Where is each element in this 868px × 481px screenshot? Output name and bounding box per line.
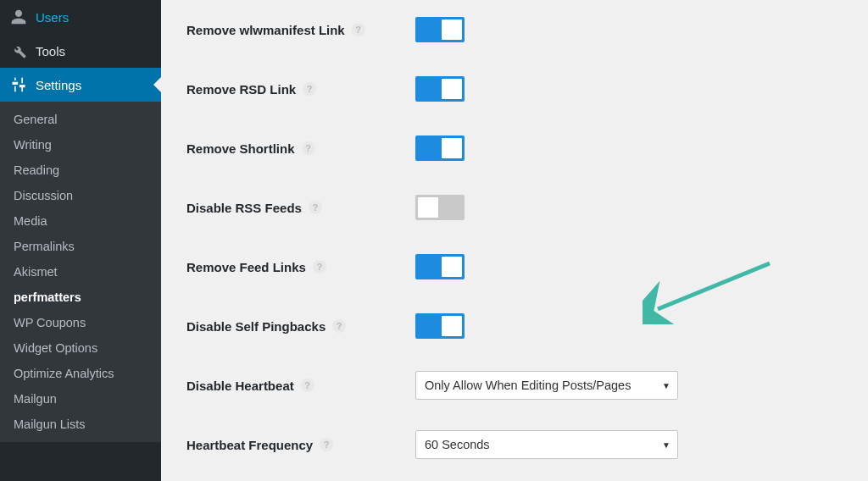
row-remove-rsd: Remove RSD Link ?: [186, 59, 868, 119]
admin-sidebar: Users Tools Settings General Writing Rea…: [0, 0, 161, 481]
row-remove-feed-links: Remove Feed Links ?: [186, 237, 868, 296]
select-heartbeat-frequency[interactable]: 60 Seconds: [415, 430, 678, 459]
help-icon[interactable]: ?: [303, 82, 316, 96]
submenu-item-optimize-analytics[interactable]: Optimize Analytics: [0, 361, 161, 386]
toggle-disable-self-pingbacks[interactable]: [415, 313, 465, 339]
label-text: Disable Heartbeat: [186, 379, 294, 393]
users-icon: [10, 8, 27, 25]
label-text: Disable RSS Feeds: [186, 201, 302, 215]
select-value: 60 Seconds: [425, 438, 490, 451]
toggle-remove-wlwmanifest[interactable]: [415, 17, 465, 42]
row-disable-self-pingbacks: Disable Self Pingbacks ?: [186, 296, 868, 356]
field-label: Remove wlwmanifest Link ?: [186, 23, 415, 37]
toggle-disable-rss[interactable]: [415, 195, 465, 220]
submenu-item-perfmatters[interactable]: perfmatters: [0, 285, 161, 310]
menu-label: Settings: [36, 78, 81, 92]
toggle-remove-feed-links[interactable]: [415, 254, 465, 279]
help-icon[interactable]: ?: [320, 438, 333, 451]
field-label: Disable Heartbeat ?: [186, 379, 415, 393]
label-text: Disable Self Pingbacks: [186, 319, 326, 334]
tools-icon: [10, 42, 27, 59]
menu-item-users[interactable]: Users: [0, 0, 161, 34]
submenu-item-akismet[interactable]: Akismet: [0, 259, 161, 285]
menu-item-settings[interactable]: Settings: [0, 68, 161, 102]
row-disable-rss: Disable RSS Feeds ?: [186, 178, 868, 237]
toggle-remove-rsd[interactable]: [415, 76, 465, 102]
submenu-item-media[interactable]: Media: [0, 208, 161, 234]
select-value: Only Allow When Editing Posts/Pages: [425, 379, 631, 392]
field-label: Remove Feed Links ?: [186, 260, 415, 274]
settings-submenu: General Writing Reading Discussion Media…: [0, 102, 161, 442]
submenu-item-discussion[interactable]: Discussion: [0, 183, 161, 208]
submenu-item-mailgun[interactable]: Mailgun: [0, 386, 161, 412]
submenu-item-permalinks[interactable]: Permalinks: [0, 234, 161, 259]
help-icon[interactable]: ?: [302, 141, 315, 155]
help-icon[interactable]: ?: [301, 379, 314, 392]
toggle-remove-shortlink[interactable]: [415, 135, 465, 161]
submenu-item-writing[interactable]: Writing: [0, 132, 161, 158]
menu-label: Tools: [36, 44, 65, 58]
settings-form: Remove wlwmanifest Link ? Remove RSD Lin…: [161, 0, 868, 481]
menu-item-tools[interactable]: Tools: [0, 34, 161, 68]
help-icon[interactable]: ?: [352, 23, 365, 36]
menu-label: Users: [36, 10, 69, 25]
row-remove-wlwmanifest: Remove wlwmanifest Link ?: [186, 0, 868, 59]
field-label: Remove Shortlink ?: [186, 141, 415, 156]
help-icon[interactable]: ?: [309, 201, 322, 214]
submenu-item-general[interactable]: General: [0, 107, 161, 132]
field-label: Remove RSD Link ?: [186, 82, 415, 97]
field-label: Disable Self Pingbacks ?: [186, 319, 415, 334]
label-text: Remove Shortlink: [186, 141, 295, 156]
help-icon[interactable]: ?: [332, 319, 346, 333]
row-remove-shortlink: Remove Shortlink ?: [186, 119, 868, 178]
help-icon[interactable]: ?: [313, 260, 326, 274]
label-text: Heartbeat Frequency: [186, 438, 313, 452]
label-text: Remove Feed Links: [186, 260, 306, 274]
row-disable-heartbeat: Disable Heartbeat ? Only Allow When Edit…: [186, 356, 868, 415]
submenu-item-reading[interactable]: Reading: [0, 158, 161, 183]
settings-icon: [10, 76, 27, 93]
field-label: Disable RSS Feeds ?: [186, 201, 415, 215]
submenu-item-mailgun-lists[interactable]: Mailgun Lists: [0, 412, 161, 437]
select-disable-heartbeat[interactable]: Only Allow When Editing Posts/Pages: [415, 371, 678, 400]
label-text: Remove wlwmanifest Link: [186, 23, 345, 37]
row-heartbeat-frequency: Heartbeat Frequency ? 60 Seconds: [186, 415, 868, 474]
submenu-item-wp-coupons[interactable]: WP Coupons: [0, 310, 161, 335]
label-text: Remove RSD Link: [186, 82, 296, 97]
field-label: Heartbeat Frequency ?: [186, 438, 415, 452]
submenu-item-widget-options[interactable]: Widget Options: [0, 335, 161, 361]
